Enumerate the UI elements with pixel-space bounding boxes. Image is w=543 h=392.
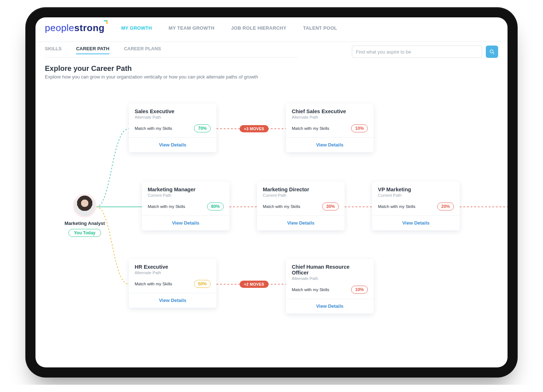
card-chief-hr-officer: Chief Human Resource Officer Alternate P… [286,259,374,314]
card-subtitle: Current Path [378,193,454,197]
card-title: VP Marketing [378,187,454,192]
svg-point-0 [490,50,493,53]
nav-talent-pool[interactable]: TALENT POOL [303,25,337,31]
match-label: Match with my Skills [292,287,329,292]
match-pill: 50% [194,280,211,288]
search-wrap [352,46,498,58]
search-input[interactable] [352,46,482,58]
card-subtitle: Alternate Path [135,270,211,275]
card-title: HR Executive [135,264,211,270]
view-details-link[interactable]: View Details [159,298,186,303]
card-hr-executive: HR Executive Alternate Path Match with m… [129,259,216,308]
match-pill: 70% [194,124,211,132]
avatar [73,194,97,218]
moves-badge-sales: +3 MOVES [240,125,269,132]
match-pill: 30% [322,203,339,210]
view-details-link[interactable]: View Details [287,220,315,226]
card-subtitle: Current Path [263,193,339,197]
brand-logo: peoplestrong [45,22,105,34]
match-pill: 20% [437,203,454,210]
nav-job-role-hierarchy[interactable]: JOB ROLE HIERARCHY [231,25,287,31]
origin-node: Marketing Analyst You Today [59,194,110,237]
view-details-link[interactable]: View Details [316,303,344,309]
card-title: Marketing Manager [148,187,224,192]
card-title: Marketing Director [263,187,339,192]
card-title: Chief Sales Executive [292,108,368,114]
card-marketing-manager: Marketing Manager Current Path Match wit… [142,182,230,230]
match-label: Match with my Skills [292,126,329,131]
view-details-link[interactable]: View Details [172,220,199,226]
search-icon [489,49,495,55]
tab-career-plans[interactable]: CAREER PLANS [124,46,161,54]
match-label: Match with my Skills [148,204,185,209]
match-pill: 10% [351,286,368,294]
search-button[interactable] [486,46,498,58]
subbar: SKILLS CAREER PATH CAREER PLANS [35,42,508,58]
moves-badge-hr: +2 MOVES [240,281,269,288]
logo-part-1: people [45,22,74,34]
card-subtitle: Alternate Path [292,276,368,281]
topbar: peoplestrong MY GROWTH MY TEAM GROWTH JO… [35,17,508,42]
match-label: Match with my Skills [135,126,172,131]
card-vp-marketing: VP Marketing Current Path Match with my … [372,182,460,230]
view-details-link[interactable]: View Details [316,142,344,148]
tab-career-path[interactable]: CAREER PATH [76,46,109,54]
page-title: Explore your Career Path [45,64,498,73]
logo-part-2: strong [74,22,105,34]
card-marketing-director: Marketing Director Current Path Match wi… [257,182,345,230]
match-label: Match with my Skills [135,282,172,286]
match-pill: 80% [207,203,224,210]
tab-skills[interactable]: SKILLS [45,46,62,54]
card-title: Chief Human Resource Officer [292,264,368,276]
page-subtitle: Explore how you can grow in your organiz… [45,74,498,80]
page-headline: Explore your Career Path Explore how you… [35,58,508,80]
nav-my-growth[interactable]: MY GROWTH [121,25,152,31]
nav-my-team-growth[interactable]: MY TEAM GROWTH [169,25,215,31]
career-canvas: Marketing Analyst You Today Sales Execut… [35,82,508,364]
subtabs: SKILLS CAREER PATH CAREER PLANS [45,46,298,57]
match-pill: 10% [351,124,368,132]
logo-accent-icon [104,20,108,24]
screen: peoplestrong MY GROWTH MY TEAM GROWTH JO… [35,17,508,367]
card-subtitle: Current Path [148,193,224,197]
match-label: Match with my Skills [378,204,416,209]
card-sales-executive: Sales Executive Alternate Path Match wit… [129,103,216,152]
svg-line-1 [493,52,494,54]
card-subtitle: Alternate Path [292,115,368,119]
card-subtitle: Alternate Path [135,115,211,119]
view-details-link[interactable]: View Details [159,142,186,148]
origin-role: Marketing Analyst [59,221,110,226]
card-title: Sales Executive [135,108,211,114]
match-label: Match with my Skills [263,204,300,209]
card-chief-sales-executive: Chief Sales Executive Alternate Path Mat… [286,103,374,152]
view-details-link[interactable]: View Details [402,220,430,226]
you-today-badge: You Today [68,229,101,237]
tablet-frame: peoplestrong MY GROWTH MY TEAM GROWTH JO… [25,7,518,378]
